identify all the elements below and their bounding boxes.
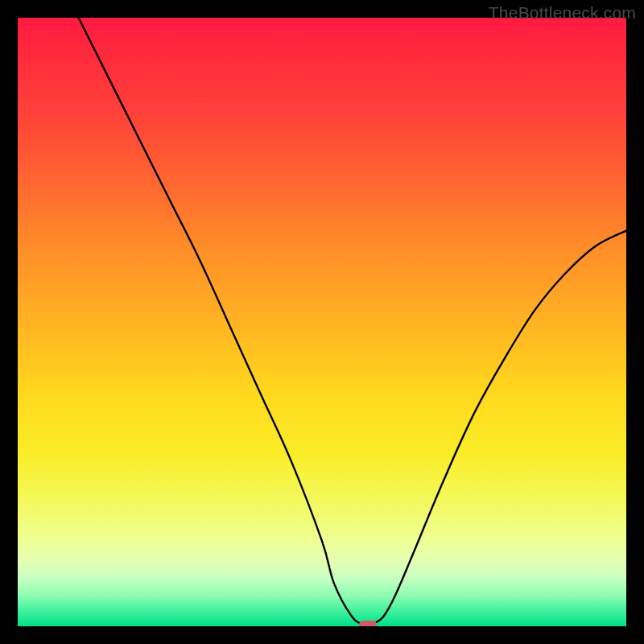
watermark-text: TheBottleneck.com	[489, 3, 636, 23]
bottleneck-curve	[79, 18, 626, 625]
curve-svg	[18, 18, 626, 626]
plot-area	[18, 18, 626, 626]
optimal-point-marker	[359, 621, 377, 626]
chart-frame: TheBottleneck.com	[0, 0, 644, 644]
